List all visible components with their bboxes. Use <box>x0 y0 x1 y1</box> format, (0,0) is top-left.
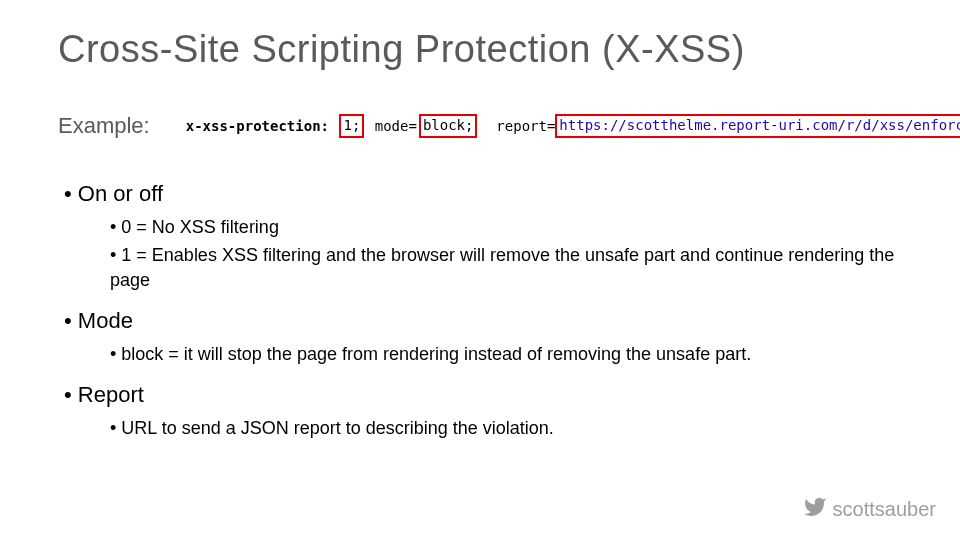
example-code: x-xss-protection: 1; mode= block; report… <box>186 114 960 138</box>
code-mode-pre: mode= <box>375 118 417 134</box>
slide-title: Cross-Site Scripting Protection (X-XSS) <box>58 28 902 71</box>
bullet-onoff-sub-0: 0 = No XSS filtering <box>110 215 902 239</box>
footer: scottsauber <box>803 495 936 524</box>
bullet-report: Report <box>64 382 902 408</box>
bullet-mode: Mode <box>64 308 902 334</box>
code-header-key: x-xss-protection: <box>186 118 329 134</box>
code-report-url: https://scotthelme.report-uri.com/r/d/xs… <box>559 117 960 133</box>
slide-content: Cross-Site Scripting Protection (X-XSS) … <box>0 0 960 440</box>
example-label: Example: <box>58 113 150 139</box>
code-mode-val: block; <box>423 117 474 133</box>
footer-handle: scottsauber <box>833 498 936 521</box>
bullet-mode-sub-0: block = it will stop the page from rende… <box>110 342 902 366</box>
code-report-pre: report= <box>496 118 555 134</box>
bullet-onoff: On or off <box>64 181 902 207</box>
highlight-report-url: https://scotthelme.report-uri.com/r/d/xs… <box>555 114 960 138</box>
highlight-mode-value: block; <box>419 114 478 138</box>
bullet-report-sub-0: URL to send a JSON report to describing … <box>110 416 902 440</box>
twitter-icon <box>803 495 833 524</box>
example-row: Example: x-xss-protection: 1; mode= bloc… <box>58 113 902 139</box>
code-value-1: 1; <box>343 117 360 133</box>
highlight-value-1: 1; <box>339 114 364 138</box>
bullet-onoff-sub-1: 1 = Enables XSS filtering and the browse… <box>110 243 902 292</box>
